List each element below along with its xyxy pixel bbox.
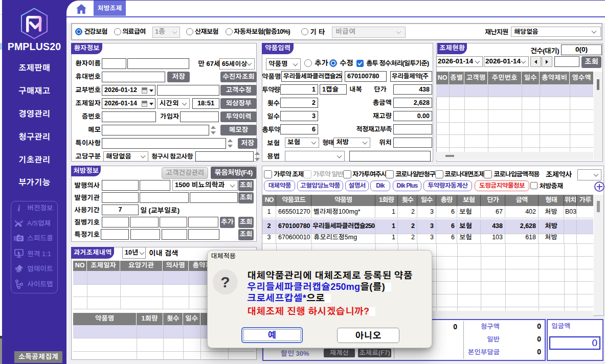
svg-text:i: i <box>18 204 20 213</box>
